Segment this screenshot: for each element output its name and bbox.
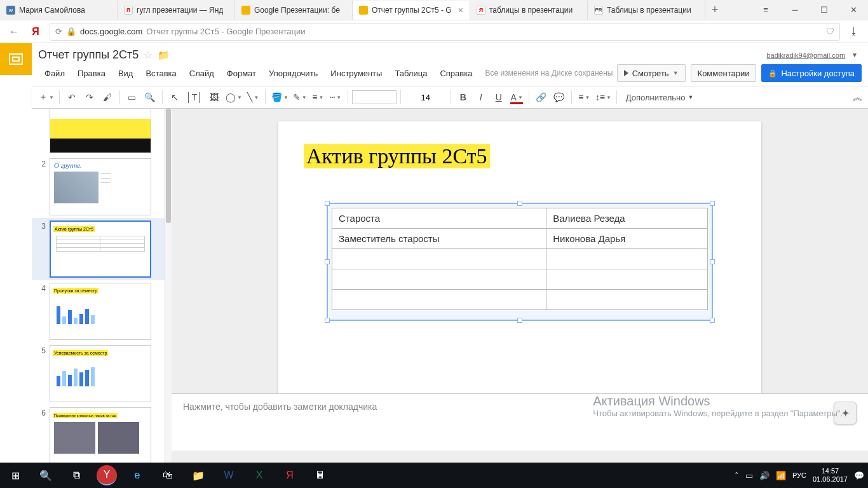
border-color-button[interactable]: ✎▼	[291, 89, 308, 105]
fill-color-button[interactable]: 🪣▼	[269, 89, 290, 105]
zoom-fit-button[interactable]: ▭	[124, 89, 140, 105]
font-size-dec[interactable]	[405, 89, 415, 105]
taskbar-app-edge[interactable]: e	[122, 463, 153, 488]
more-tools-button[interactable]: Дополнительно▼	[626, 93, 694, 102]
taskbar-app-calculator[interactable]: 🖩	[305, 463, 336, 488]
chevron-down-icon[interactable]: ▼	[851, 51, 858, 58]
new-tab-button[interactable]: +	[705, 3, 724, 17]
font-size-inc[interactable]	[437, 89, 447, 105]
line-spacing-button[interactable]: ↕≡▼	[593, 89, 613, 105]
language-indicator[interactable]: РУС	[792, 471, 806, 479]
thumb-scrollbar[interactable]	[165, 109, 172, 463]
menu-insert[interactable]: Вставка	[139, 66, 182, 81]
search-button[interactable]: 🔍	[31, 463, 61, 488]
menu-help[interactable]: Справка	[433, 66, 478, 81]
shape-tool[interactable]: ◯▼	[224, 89, 243, 105]
minimize-button[interactable]: ─	[780, 0, 810, 20]
redo-button[interactable]: ↷	[81, 89, 98, 105]
yandex-home-icon[interactable]: Я	[28, 24, 43, 39]
slide-title[interactable]: Актив группы 2Ст5	[304, 144, 490, 168]
browser-tab[interactable]: Ятаблицы в презентации	[470, 1, 588, 20]
table-cell[interactable]	[332, 269, 546, 290]
menu-icon[interactable]: ≡	[751, 0, 780, 20]
folder-icon[interactable]: 📁	[158, 50, 170, 61]
tab-close-icon[interactable]: ×	[455, 5, 463, 15]
notifications-icon[interactable]: 💬	[854, 471, 864, 480]
table-cell[interactable]: Валиева Резеда	[546, 208, 708, 229]
taskbar-app-excel[interactable]: X	[244, 463, 275, 488]
italic-button[interactable]: I	[473, 89, 489, 105]
star-icon[interactable]: ☆	[144, 49, 153, 61]
paint-format-button[interactable]: 🖌	[99, 89, 116, 105]
resize-handle[interactable]	[325, 259, 330, 264]
downloads-button[interactable]: ⭳	[846, 24, 862, 39]
new-slide-button[interactable]: ＋▼	[37, 89, 55, 105]
comments-button[interactable]: Комментарии	[691, 64, 757, 82]
link-button[interactable]: 🔗	[533, 89, 550, 105]
taskbar-app-explorer[interactable]: 📁	[183, 463, 214, 488]
browser-tab-active[interactable]: Отчет группы 2Ст5 - G×	[353, 1, 470, 20]
resize-handle[interactable]	[325, 201, 330, 206]
tray-volume-icon[interactable]: 🔊	[759, 471, 770, 480]
tray-wifi-icon[interactable]: 📶	[776, 471, 786, 480]
text-color-button[interactable]: A▼	[508, 89, 525, 105]
slides-logo[interactable]	[0, 43, 32, 75]
resize-handle[interactable]	[710, 259, 715, 264]
select-tool[interactable]: ↖	[166, 89, 183, 105]
thumbnail-2[interactable]: 2 О группе. —————————	[32, 156, 165, 218]
slide-canvas[interactable]: Актив группы 2Ст5 ▼ СтаростаВалиева Резе…	[278, 121, 761, 393]
maximize-button[interactable]: ☐	[810, 0, 839, 20]
start-button[interactable]: ⊞	[0, 463, 31, 488]
table-cell[interactable]	[546, 290, 708, 310]
menu-file[interactable]: Файл	[38, 66, 71, 81]
font-size-value[interactable]: 14	[416, 93, 435, 102]
thumbnail-3-selected[interactable]: 3 Актив группы 2Ст5	[32, 218, 165, 280]
speaker-notes[interactable]: Нажмите, чтобы добавить заметки докладчи…	[172, 393, 868, 451]
canvas-area[interactable]: Актив группы 2Ст5 ▼ СтаростаВалиева Резе…	[172, 109, 868, 463]
browser-tab[interactable]: wМария Самойлова	[0, 1, 118, 20]
user-email[interactable]: badikradik94@gmail.com	[766, 51, 845, 59]
collapse-toolbar-button[interactable]: ︽	[853, 91, 863, 104]
undo-button[interactable]: ↶	[64, 89, 80, 105]
slide-thumbnails[interactable]: 2 О группе. ————————— 3 Актив группы 2Ст…	[32, 109, 165, 463]
menu-edit[interactable]: Правка	[71, 66, 112, 81]
document-title[interactable]: Отчет группы 2Ст5	[38, 48, 139, 62]
table-cell[interactable]	[332, 249, 546, 269]
border-dash-button[interactable]: ┄▼	[327, 89, 344, 105]
thumbnail-6[interactable]: 6 Проведение классных часов за год	[32, 405, 165, 463]
zoom-button[interactable]: 🔍	[142, 89, 158, 105]
menu-view[interactable]: Вид	[112, 66, 140, 81]
tray-up-icon[interactable]: ˄	[735, 471, 739, 480]
taskbar-clock[interactable]: 14:57 01.06.2017	[813, 467, 848, 484]
resize-handle[interactable]	[517, 318, 522, 323]
notes-resize-handle[interactable]	[510, 391, 529, 396]
menu-format[interactable]: Формат	[220, 66, 262, 81]
underline-button[interactable]: U	[491, 89, 507, 105]
taskbar-app-yandex[interactable]: Y	[97, 465, 117, 485]
resize-handle[interactable]	[325, 318, 330, 323]
present-button[interactable]: Смотреть▼	[617, 64, 686, 82]
menu-tools[interactable]: Инструменты	[324, 66, 388, 81]
border-weight-button[interactable]: ≡▼	[309, 89, 326, 105]
table-cell[interactable]: Заместитель старосты	[332, 229, 546, 249]
table-cell[interactable]: Староста	[332, 208, 546, 229]
table-cell[interactable]	[546, 249, 708, 269]
taskbar-app-yandex2[interactable]: Я	[275, 463, 305, 488]
protect-icon[interactable]: 🛡	[826, 27, 834, 36]
menu-arrange[interactable]: Упорядочить	[262, 66, 324, 81]
taskbar-app-word[interactable]: W	[214, 463, 244, 488]
comment-button[interactable]: 💬	[551, 89, 567, 105]
thumbnail-4[interactable]: 4 Пропуски за семестр	[32, 280, 165, 342]
slide-table[interactable]: СтаростаВалиева Резеда Заместитель старо…	[332, 208, 708, 310]
menu-slide[interactable]: Слайд	[183, 66, 220, 81]
close-button[interactable]: ✕	[839, 0, 868, 20]
taskbar-app-store[interactable]: 🛍	[153, 463, 183, 488]
bold-button[interactable]: B	[455, 89, 471, 105]
task-view-button[interactable]: ⧉	[61, 463, 92, 488]
browser-tab[interactable]: Ягугл презентации — Янд	[118, 1, 235, 20]
textbox-tool[interactable]: │T│	[184, 89, 205, 105]
align-button[interactable]: ≡▼	[576, 89, 592, 105]
thumbnail-1[interactable]	[32, 109, 165, 156]
reload-icon[interactable]: ⟳	[55, 27, 62, 36]
explore-button[interactable]: ✦	[834, 402, 857, 424]
